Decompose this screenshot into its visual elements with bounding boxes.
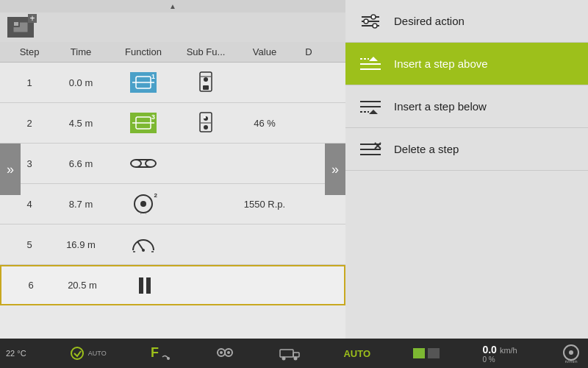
step-num: 1 <box>7 77 51 88</box>
belt-icon <box>130 153 157 174</box>
menu-item-desired-action[interactable]: Desired action <box>345 0 588 43</box>
insert-above-icon <box>357 54 384 74</box>
step-time: 20.5 m <box>53 280 112 291</box>
bottom-bar-blocks <box>413 347 440 360</box>
step-num: 2 <box>7 118 51 129</box>
step-function <box>110 153 176 174</box>
bottom-temp: 22 °C <box>6 349 26 358</box>
col-d: D <box>294 46 323 57</box>
menu-item-insert-below[interactable]: Insert a step below <box>345 85 588 128</box>
bottom-truck[interactable] <box>279 344 301 363</box>
add-program-button[interactable] <box>7 17 34 38</box>
auto-text: AUTO <box>343 348 370 359</box>
svg-marker-42 <box>369 110 378 114</box>
left-nav-arrow[interactable]: » <box>0 144 21 195</box>
svg-point-32 <box>371 15 376 19</box>
bottom-function[interactable]: F <box>149 344 171 363</box>
step-time: 6.6 m <box>51 158 110 169</box>
table-row[interactable]: 4 8.7 m n/min 2 1550 R.p. <box>0 184 345 224</box>
bottom-speed: 0.0 km/h 0 % <box>482 344 517 364</box>
rpm-icon: n/min <box>131 194 156 214</box>
table-row[interactable]: 5 16.9 m <box>0 224 345 265</box>
table-body: 1 0.0 m 1 <box>0 63 345 328</box>
menu-label-delete: Delete a step <box>394 143 459 155</box>
bottom-rpm[interactable]: n/min <box>560 344 582 363</box>
step-num: 5 <box>7 239 51 250</box>
speed-value: 0.0 <box>482 344 496 355</box>
svg-point-58 <box>294 357 298 361</box>
menu-item-delete-step[interactable]: Delete a step <box>345 128 588 171</box>
col-function: Function <box>110 46 176 57</box>
menu-label-desired: Desired action <box>394 15 465 27</box>
svg-rect-2 <box>14 22 18 26</box>
menu-item-insert-above[interactable]: Insert a step above <box>345 43 588 85</box>
bottom-gears[interactable] <box>214 344 236 363</box>
table-row[interactable]: 3 6.6 m <box>0 144 345 184</box>
speed-icon <box>130 234 157 255</box>
right-nav-arrow[interactable]: » <box>325 144 345 195</box>
svg-point-34 <box>373 24 377 28</box>
svg-point-48 <box>71 347 83 359</box>
svg-line-25 <box>137 241 143 250</box>
speed-unit: km/h <box>500 346 517 355</box>
step-subfunc <box>176 71 235 94</box>
insert-below-icon <box>357 96 384 117</box>
step-function: 1 <box>110 72 176 93</box>
sliders-icon <box>357 11 384 32</box>
right-panel: » Desired action <box>345 0 588 339</box>
step-function <box>110 234 176 255</box>
delete-step-icon <box>357 139 384 160</box>
toolbar-row <box>0 13 345 42</box>
table-row[interactable]: 1 0.0 m 1 <box>0 63 345 103</box>
function-icon-blue: 1 <box>130 72 157 93</box>
step-time: 8.7 m <box>51 199 110 210</box>
step-function: 3 <box>110 113 176 133</box>
menu-label-insert-below: Insert a step below <box>394 100 487 113</box>
col-value: Value <box>235 46 294 57</box>
step-value: 1550 R.p. <box>235 199 294 210</box>
step-time: 0.0 m <box>51 77 110 88</box>
step-time: 16.9 m <box>51 239 110 250</box>
svg-rect-17 <box>204 116 206 118</box>
step-subfunc <box>176 111 235 135</box>
svg-point-54 <box>227 351 230 354</box>
table-row-selected[interactable]: 6 20.5 m <box>0 265 345 305</box>
svg-text:n/min: n/min <box>137 213 149 214</box>
step-num: 4 <box>7 199 51 210</box>
svg-rect-55 <box>280 350 293 357</box>
svg-point-33 <box>364 19 368 24</box>
step-num: 6 <box>9 280 53 291</box>
svg-point-23 <box>140 201 146 207</box>
step-time: 4.5 m <box>51 118 110 129</box>
svg-point-18 <box>131 160 141 167</box>
main-container: ▲ Step Time Function Sub Fu... Value D <box>0 0 588 368</box>
bottom-auto-label: AUTO <box>343 348 370 359</box>
step-function <box>112 277 178 294</box>
svg-rect-56 <box>293 353 299 357</box>
left-panel: ▲ Step Time Function Sub Fu... Value D <box>0 0 345 339</box>
svg-text:F: F <box>151 345 159 360</box>
top-arrow[interactable]: ▲ <box>0 0 345 13</box>
svg-point-7 <box>204 77 208 82</box>
table-row[interactable]: 2 4.5 m 3 <box>0 103 345 144</box>
svg-text:n/min: n/min <box>564 359 577 363</box>
svg-point-53 <box>220 351 223 354</box>
function-icon-green: 3 <box>130 113 157 133</box>
svg-rect-8 <box>203 85 209 90</box>
step-function: n/min 2 <box>110 194 176 214</box>
svg-rect-59 <box>413 348 425 358</box>
svg-rect-60 <box>428 348 440 358</box>
bottom-mode-icon[interactable]: AUTO <box>69 345 107 361</box>
col-time: Time <box>51 46 110 57</box>
menu-label-insert-above: Insert a step above <box>394 57 488 70</box>
col-subfu: Sub Fu... <box>176 46 235 57</box>
col-step: Step <box>7 46 51 57</box>
svg-point-62 <box>569 350 573 355</box>
pause-icon <box>139 277 151 294</box>
svg-point-57 <box>282 357 286 361</box>
svg-marker-38 <box>369 57 378 61</box>
svg-point-26 <box>142 249 145 252</box>
speed-percent: 0 % <box>482 355 517 364</box>
svg-point-15 <box>204 125 208 130</box>
step-value: 46 % <box>235 118 294 129</box>
